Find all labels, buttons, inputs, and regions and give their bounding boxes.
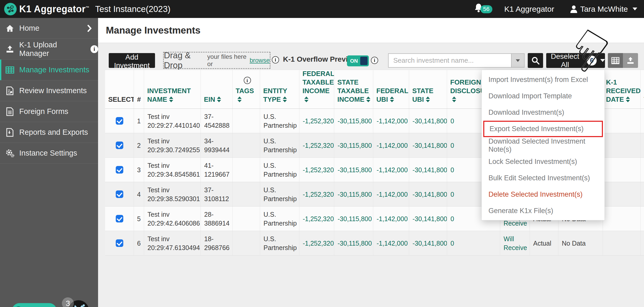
row-number-cell: 3 [134,158,144,182]
tags-cell [233,207,260,231]
k1-received-date-cell [603,182,641,206]
edit-cell: ✎ [641,109,644,133]
menu-item-export-selected-investments[interactable]: Export Selected Investment(s) [483,121,603,137]
sort-icon[interactable] [283,97,287,102]
sidebar-item-review-investments[interactable]: Review Investments [0,80,98,101]
k1-data-cell: No Data [558,231,603,255]
drag-drop-title: Drag & Drop [164,50,205,70]
row-number-cell: 6 [134,231,144,255]
column-header-entity-type[interactable]: ENTITY TYPE [260,70,299,108]
search-options-dropdown[interactable] [511,54,524,67]
state-taxable-income-cell: -30,115,800 [334,133,373,157]
search-input[interactable] [389,54,511,67]
deselect-all-button[interactable]: Deselect All 6 [546,53,605,68]
state-ubi-cell: -30,141,800 [409,207,447,231]
k1-aggregator-logo-icon [4,3,17,15]
menu-item-download-selected-notes[interactable]: Download Selected Investment Note(s) [482,137,604,154]
column-header-number[interactable]: # [134,70,144,108]
row-checkbox[interactable] [116,117,123,125]
column-header-tags[interactable]: iTAGS [233,70,260,108]
chevron-down-icon [600,59,605,62]
browse-link[interactable]: browse [250,57,270,64]
support-button[interactable]: ? Support [12,303,57,307]
sidebar-item-label: Instance Settings [19,149,77,157]
add-investment-button[interactable]: Add Investment [109,53,155,68]
info-icon[interactable]: i [371,57,378,64]
notifications-button[interactable]: 56 [474,3,492,15]
search-button[interactable] [528,53,543,68]
info-icon[interactable]: i [91,45,98,53]
row-checkbox[interactable] [116,239,123,247]
investment-name-cell: Test inv 20:29:38.5290301 [144,182,201,206]
menu-item-lock-selected-investments[interactable]: Lock Selected Investment(s) [482,154,604,170]
menu-item-download-import-template[interactable]: Download Import Template [482,88,604,104]
column-header-federal-taxable-income[interactable]: FEDERAL TAXABLE INCOME [299,70,334,108]
sidebar-item-k1-upload-manager[interactable]: K-1 Upload Manager i [0,39,98,60]
edit-cell: ✎ [641,207,644,231]
sort-icon[interactable] [169,97,173,102]
sort-icon[interactable] [626,97,630,102]
upload-view-button[interactable] [623,53,638,68]
sort-icon[interactable] [217,97,221,102]
sidebar-item-label: Home [19,24,39,33]
column-header-k1-received-date[interactable]: K-1 RECEIVED DATE [603,70,641,108]
drag-drop-zone[interactable]: Drag & Drop your files here or browse [163,52,271,69]
entity-type-cell: U.S. Partnership [260,109,299,133]
k1-received-date-cell [603,158,641,182]
state-ubi-cell: -30,141,800 [409,133,447,157]
column-header-ein[interactable]: EIN [201,70,233,108]
federal-ubi-cell: -1,142,000 [373,182,409,206]
sidebar-item-instance-settings[interactable]: Instance Settings [0,143,98,164]
row-checkbox[interactable] [116,166,123,174]
select-cell [105,182,134,206]
sort-icon[interactable] [304,97,308,102]
edit-cell: ✎ [641,133,644,157]
sort-icon[interactable] [237,97,242,102]
tags-cell [233,109,260,133]
row-checkbox[interactable] [116,142,123,149]
column-header-investment-name[interactable]: INVESTMENT NAME [144,70,201,108]
toggle-knob [360,57,368,65]
column-header-state-taxable-income[interactable]: STATE TAXABLE INCOME [334,70,373,108]
menu-item-download-investments[interactable]: Download Investment(s) [482,104,604,121]
column-header-federal-ubi[interactable]: FEDERAL UBI [373,70,409,108]
select-cell [105,207,134,231]
overflow-preview-toggle[interactable]: ON [347,55,369,66]
investment-name-cell: Test inv 20:29:42.6406086 [144,207,201,231]
column-header-state-ubi[interactable]: STATE UBI [409,70,447,108]
row-number-cell: 5 [134,207,144,231]
info-icon[interactable]: i [272,56,279,63]
select-cell [105,133,134,157]
sort-icon[interactable] [426,97,430,102]
column-header-cutoff[interactable]: T [641,70,644,108]
column-header-select[interactable]: SELECT [105,70,134,108]
grid-view-button[interactable] [608,53,623,68]
ein-cell: 41-1219667 [201,158,233,182]
menu-item-import-from-excel[interactable]: Import Investment(s) from Excel [482,72,604,88]
sort-icon[interactable] [390,97,394,102]
edit-cell: ✎ [641,158,644,182]
row-checkbox[interactable] [116,190,123,198]
investment-name-cell: Test inv 20:29:34.8545861 [144,158,201,182]
sidebar-item-reports-and-exports[interactable]: Reports and Exports [0,122,98,143]
gear-icon [4,149,16,158]
menu-item-generate-k1x-files[interactable]: Generate K1x File(s) [482,203,604,219]
federal-taxable-income-cell: -1,252,320 [299,231,334,255]
menu-item-bulk-edit-selected-investments[interactable]: Bulk Edit Selected Investment(s) [482,170,604,186]
edit-cell: ✎ [641,231,644,255]
sidebar-item-foreign-forms[interactable]: Foreign Forms [0,101,98,122]
info-icon[interactable]: i [244,77,251,84]
k1-status-cell[interactable]: Will Receive [500,231,530,255]
document-icon [4,107,16,116]
menu-item-delete-selected-investments[interactable]: Delete Selected Investment(s) [482,186,604,203]
entity-type-cell: U.S. Partnership [260,231,299,255]
sidebar-item-home[interactable]: Home [0,18,98,39]
user-name: Tara McWhite [580,5,628,14]
user-menu[interactable]: Tara McWhite [570,5,637,14]
investment-name-cell: Test inv 20:29:27.4410140 [144,109,201,133]
sidebar-item-manage-investments[interactable]: Manage Investments [0,60,98,80]
row-number-cell: 1 [134,109,144,133]
sort-icon[interactable] [366,97,370,102]
row-checkbox[interactable] [116,215,123,222]
sort-icon[interactable] [452,97,456,102]
